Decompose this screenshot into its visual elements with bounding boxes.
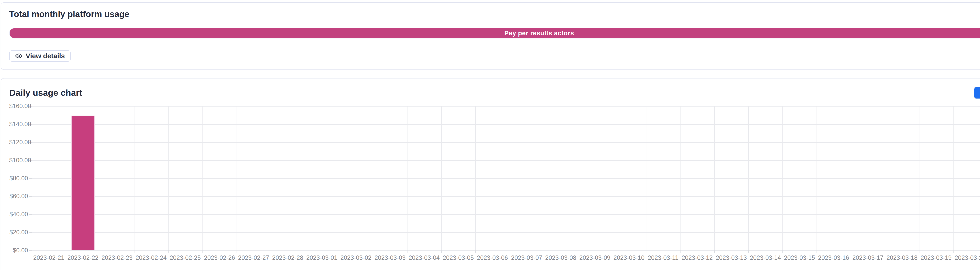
x-axis-tick [885,250,885,253]
x-gridline [953,106,953,250]
tab-absolute[interactable]: Absolute [974,87,980,99]
x-axis-label: 2023-03-01 [305,255,339,261]
x-gridline [919,106,920,250]
x-gridline [885,106,885,250]
x-axis-label: 2023-03-18 [885,255,919,261]
chart-bar-2023-02-22[interactable] [71,115,95,250]
usage-progress-bar: Pay per results actors [9,28,980,38]
eye-icon [15,52,22,60]
x-axis-label: 2023-03-12 [680,255,714,261]
y-gridline [32,214,980,215]
y-gridline [32,124,980,125]
x-axis-tick [66,250,66,253]
x-axis-label: 2023-03-08 [544,255,578,261]
daily-usage-plot[interactable]: $0.00$20.00$40.00$60.00$80.00$100.00$120… [9,106,980,265]
billing-page: Total monthly platform usage $150.00 Pay… [0,0,980,270]
x-axis-label: 2023-03-11 [646,255,680,261]
x-gridline [134,106,134,250]
x-gridline [237,106,237,250]
x-axis-tick [680,250,681,253]
view-details-button[interactable]: View details [9,50,71,62]
y-gridline [32,142,980,143]
x-axis-tick [646,250,646,253]
x-axis-tick [851,250,851,253]
x-axis-label: 2023-03-16 [816,255,851,261]
x-gridline [578,106,578,250]
x-axis-tick [714,250,714,253]
x-gridline [202,106,203,250]
y-axis-label: $160.00 [9,103,28,109]
x-axis-label: 2023-03-14 [748,255,783,261]
y-gridline [32,178,980,179]
x-axis-label: 2023-02-28 [270,255,305,261]
x-axis-tick [237,250,237,253]
chart-header: Daily usage chart Absolute Cumulative [9,87,980,99]
y-axis-label: $40.00 [9,211,28,217]
y-axis-tick [29,178,32,179]
x-axis-tick [475,250,476,253]
x-axis-label: 2023-02-27 [237,255,270,261]
y-axis-line [32,106,32,250]
y-gridline [32,196,980,197]
x-axis-label: 2023-02-22 [66,255,100,261]
y-gridline [32,250,980,251]
x-axis-label: 2023-03-15 [783,255,816,261]
x-gridline [100,106,100,250]
x-gridline [305,106,305,250]
y-axis-tick [29,232,32,233]
x-axis-tick [510,250,510,253]
chart-mode-toggle: Absolute Cumulative [974,87,980,99]
x-axis-label: 2023-02-23 [100,255,134,261]
y-gridline [32,160,980,161]
x-axis-label: 2023-03-17 [851,255,885,261]
x-axis-tick [612,250,612,253]
daily-usage-card: Daily usage chart Absolute Cumulative $0… [1,78,980,270]
x-axis-tick [339,250,339,253]
y-axis-label: $60.00 [9,193,28,200]
x-axis-tick [168,250,169,253]
y-axis-tick [29,250,32,251]
usage-progress-label: Pay per results actors [504,29,574,37]
monthly-usage-card: Total monthly platform usage $150.00 Pay… [1,2,980,70]
x-axis-label: 2023-02-24 [134,255,168,261]
y-axis-tick [29,196,32,197]
x-axis-label: 2023-03-04 [407,255,441,261]
y-axis-label: $20.00 [9,229,28,235]
y-gridline [32,232,980,233]
x-gridline [168,106,169,250]
x-axis-label: 2023-03-13 [714,255,748,261]
x-axis-tick [919,250,920,253]
y-axis-tick [29,214,32,215]
x-axis-tick [783,250,783,253]
y-axis-label: $80.00 [9,175,28,182]
x-axis-tick [953,250,953,253]
chart-row: $0.00$20.00$40.00$60.00$80.00$100.00$120… [9,106,980,265]
x-axis-label: 2023-03-20 [953,255,980,261]
y-axis-label: $0.00 [9,247,28,254]
x-axis-tick [544,250,544,253]
x-axis-label: 2023-02-26 [202,255,237,261]
usage-header: Total monthly platform usage $150.00 [9,10,980,19]
usage-card-title: Total monthly platform usage [9,10,129,19]
x-gridline [66,106,66,250]
x-gridline [680,106,681,250]
x-gridline [441,106,442,250]
x-gridline [714,106,714,250]
x-axis-label: 2023-03-02 [339,255,373,261]
x-axis-label: 2023-03-03 [373,255,407,261]
x-axis-label: 2023-03-07 [510,255,544,261]
y-gridline [32,106,980,107]
x-axis-label: 2023-03-06 [475,255,509,261]
x-axis-label: 2023-03-09 [578,255,612,261]
x-axis-tick [816,250,817,253]
x-gridline [851,106,851,250]
x-axis-label: 2023-03-10 [612,255,646,261]
x-axis-tick [32,250,32,253]
x-axis-tick [441,250,442,253]
y-axis-label: $120.00 [9,139,28,145]
x-gridline [612,106,612,250]
y-axis-label: $140.00 [9,121,28,127]
x-axis-label: 2023-02-21 [32,255,66,261]
x-axis-tick [270,250,271,253]
x-axis-tick [134,250,134,253]
